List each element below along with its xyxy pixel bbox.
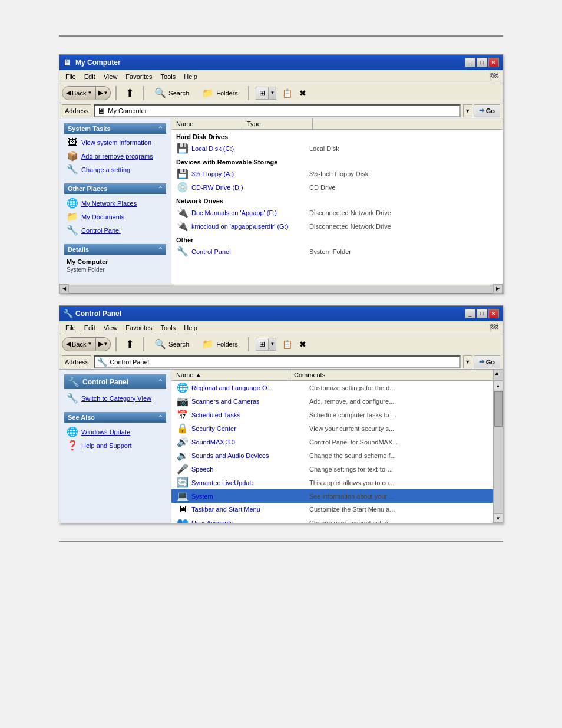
toolbar-separator-5 (143, 337, 144, 351)
cp-scroll-thumb[interactable] (494, 391, 503, 427)
cp-file-row-9[interactable]: 🖥 Taskbar and Start Menu Customize the S… (171, 503, 493, 516)
minimize-button-1[interactable]: _ (465, 58, 475, 67)
cp-col-name[interactable]: Name ▲ (171, 370, 289, 380)
cp-file-row-10[interactable]: 👥 User Accounts Change user account sett… (171, 516, 493, 523)
folders-button-1[interactable]: 📁 Folders (197, 85, 243, 101)
back-button-2[interactable]: ◀ Back ▼ (62, 337, 96, 351)
restore-button-1[interactable]: □ (477, 58, 487, 67)
cp-file-row-8[interactable]: 💻 System See information about your ... (171, 489, 493, 503)
sidebar-change-setting[interactable]: 🔧 Change a setting (64, 163, 166, 176)
h-scroll-right-1[interactable]: ▶ (493, 284, 503, 294)
back-button-1[interactable]: ◀ Back ▼ (62, 86, 96, 100)
main-content-2: 🔧 Control Panel ⌃ 🔧 Switch to Category V… (59, 370, 503, 523)
col-name-1[interactable]: Name (171, 118, 242, 129)
address-label-2: Address (62, 355, 91, 368)
system-tasks-header[interactable]: System Tasks ⌃ (64, 123, 166, 134)
h-scrollbar-1[interactable]: ◀ ▶ (59, 284, 503, 293)
sidebar-control-panel-link[interactable]: 🔧 Control Panel (64, 223, 166, 237)
h-scroll-left-1[interactable]: ◀ (59, 284, 69, 294)
up-button-1[interactable]: ⬆ (121, 85, 138, 101)
forward-button-1[interactable]: ▶ ▼ (96, 86, 111, 100)
cp-header[interactable]: 🔧 Control Panel ⌃ (64, 374, 166, 389)
cp-item-comment-7: This applet allows you to co... (309, 479, 439, 486)
menu-file-2[interactable]: File (62, 323, 80, 332)
close-button-2[interactable]: ✕ (488, 309, 499, 318)
menu-view-1[interactable]: View (100, 72, 121, 81)
sidebar-my-documents[interactable]: 📁 My Documents (64, 210, 166, 223)
delete-icon-2[interactable]: ✖ (296, 337, 310, 351)
search-button-2[interactable]: 🔍 Search (149, 336, 194, 353)
cp-list-header: Name ▲ Comments ▲ (171, 370, 503, 381)
menu-file-1[interactable]: File (62, 72, 80, 81)
address-field-1[interactable]: 🖥 My Computer (94, 104, 460, 117)
file-row-cdrw[interactable]: 💿 CD-RW Drive (D:) CD Drive (171, 180, 503, 194)
file-row-floppy[interactable]: 💾 3½ Floppy (A:) 3½-Inch Floppy Disk (171, 167, 503, 180)
address-dropdown-1[interactable]: ▼ (463, 104, 472, 117)
menu-help-2[interactable]: Help (180, 323, 201, 332)
sidebar-add-remove-programs[interactable]: 📦 Add or remove programs (64, 149, 166, 163)
address-dropdown-2[interactable]: ▼ (463, 355, 472, 368)
see-also-content: 🌐 Windows Update ❓ Help and Support (64, 423, 166, 454)
cp-scroll-down[interactable]: ▼ (494, 513, 503, 523)
up-button-2[interactable]: ⬆ (121, 336, 138, 353)
cp-file-row-7[interactable]: 🔄 Symantec LiveUpdate This applet allows… (171, 476, 493, 489)
menu-favorites-1[interactable]: Favorites (122, 72, 156, 81)
file-row-docmanuals[interactable]: 🔌 Doc Manuals on 'Apgapp' (F:) Disconnec… (171, 206, 503, 219)
file-row-kmccloud[interactable]: 🔌 kmccloud on 'apgapp\userdir' (G:) Disc… (171, 219, 503, 233)
view-button-2[interactable]: ⊞ ▼ (254, 336, 278, 353)
h-scroll-track-1[interactable] (69, 285, 493, 293)
menu-view-2[interactable]: View (100, 323, 121, 332)
close-button-1[interactable]: ✕ (488, 58, 499, 67)
cp-file-row-1[interactable]: 📷 Scanners and Cameras Add, remove, and … (171, 394, 493, 408)
cp-file-area: Name ▲ Comments ▲ 🌐 Regional and Languag… (171, 370, 503, 523)
cp-items-list: 🌐 Regional and Language O... Customize s… (171, 381, 493, 523)
windows-update-icon: 🌐 (67, 426, 78, 437)
sidebar-network-places[interactable]: 🌐 My Network Places (64, 196, 166, 210)
file-row-controlpanel[interactable]: 🔧 Control Panel System Folder (171, 245, 503, 258)
menu-edit-2[interactable]: Edit (81, 323, 99, 332)
cp-file-row-5[interactable]: 🔉 Sounds and Audio Devices Change the so… (171, 449, 493, 462)
sidebar-windows-update[interactable]: 🌐 Windows Update (64, 425, 166, 439)
cp-file-row-4[interactable]: 🔊 SoundMAX 3.0 Control Panel for SoundMA… (171, 435, 493, 449)
menu-help-1[interactable]: Help (180, 72, 201, 81)
menu-tools-2[interactable]: Tools (157, 323, 180, 332)
details-header[interactable]: Details ⌃ (64, 244, 166, 255)
sidebar-view-system-info[interactable]: 🖼 View system information (64, 136, 166, 149)
cp-col-comments[interactable]: Comments (289, 370, 493, 380)
move-icon-2[interactable]: 📋 (280, 337, 295, 351)
go-button-2[interactable]: ➡ Go (474, 355, 500, 368)
address-bar-1: Address 🖥 My Computer ▼ ➡ Go (59, 103, 503, 118)
search-button-1[interactable]: 🔍 Search (149, 85, 194, 101)
col-type-1[interactable]: Type (242, 118, 313, 129)
folders-button-2[interactable]: 📁 Folders (197, 336, 243, 353)
cp-item-name-2: Scheduled Tasks (191, 411, 309, 419)
sidebar-switch-category[interactable]: 🔧 Switch to Category View (64, 391, 166, 405)
other-places-header[interactable]: Other Places ⌃ (64, 183, 166, 194)
cp-item-icon-5: 🔉 (176, 450, 189, 461)
window-title-2: Control Panel (75, 309, 121, 318)
see-also-header[interactable]: See Also ⌃ (64, 412, 166, 423)
move-icon-1[interactable]: 📋 (280, 86, 295, 100)
file-row-local-disk[interactable]: 💾 Local Disk (C:) Local Disk (171, 141, 503, 155)
cp-file-row-3[interactable]: 🔒 Security Center View your current secu… (171, 421, 493, 435)
cp-file-row-2[interactable]: 📅 Scheduled Tasks Schedule computer task… (171, 408, 493, 421)
control-panel-window: 🔧 Control Panel _ □ ✕ File Edit View Fav… (59, 305, 503, 523)
forward-button-2[interactable]: ▶ ▼ (96, 337, 111, 351)
toolbar-separator-6 (248, 337, 249, 351)
sort-indicator: ▲ (196, 372, 201, 378)
cp-file-row-0[interactable]: 🌐 Regional and Language O... Customize s… (171, 381, 493, 394)
view-button-1[interactable]: ⊞ ▼ (254, 85, 278, 101)
delete-icon-1[interactable]: ✖ (296, 86, 310, 100)
cp-scroll-up[interactable]: ▲ (494, 381, 503, 390)
address-field-2[interactable]: 🔧 Control Panel (94, 355, 460, 368)
menu-tools-1[interactable]: Tools (157, 72, 180, 81)
go-button-1[interactable]: ➡ Go (474, 104, 500, 117)
menu-edit-1[interactable]: Edit (81, 72, 99, 81)
docmanuals-icon: 🔌 (176, 207, 189, 218)
menu-favorites-2[interactable]: Favorites (122, 323, 156, 332)
minimize-button-2[interactable]: _ (465, 309, 475, 318)
sidebar-help-support[interactable]: ❓ Help and Support (64, 439, 166, 452)
cp-file-row-6[interactable]: 🎤 Speech Change settings for text-to-... (171, 462, 493, 476)
restore-button-2[interactable]: □ (477, 309, 487, 318)
cp-item-name-0: Regional and Language O... (191, 384, 309, 391)
